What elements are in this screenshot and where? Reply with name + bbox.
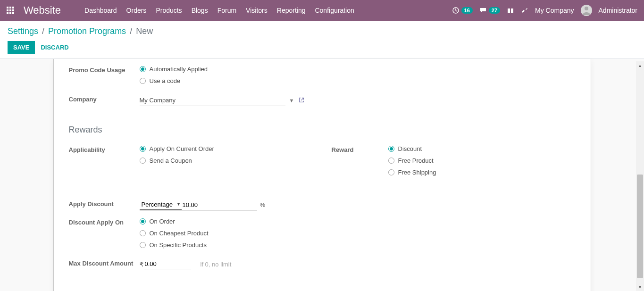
user-name[interactable]: Administrator: [599, 7, 637, 14]
radio-on-specific[interactable]: On Specific Products: [140, 241, 576, 249]
radio-label: Apply On Current Order: [150, 145, 214, 152]
breadcrumb-promotion-programs[interactable]: Promotion Programs: [48, 26, 126, 36]
timer-icon[interactable]: 16: [452, 7, 473, 14]
svg-rect-3: [510, 8, 511, 13]
radio-icon: [388, 146, 394, 152]
tools-icon[interactable]: [521, 7, 528, 14]
radio-icon: [388, 158, 394, 164]
scrollbar[interactable]: ▴ ▾: [636, 61, 644, 291]
discount-value-input[interactable]: [182, 200, 257, 210]
label-promo-code-usage: Promo Code Usage: [69, 65, 140, 84]
radio-icon: [140, 218, 146, 224]
radio-label: Use a code: [150, 77, 181, 84]
radio-label: Automatically Applied: [150, 66, 208, 73]
breadcrumb: Settings / Promotion Programs / New: [8, 26, 636, 36]
max-discount-hint: if 0, no limit: [201, 261, 232, 268]
scroll-down-icon[interactable]: ▾: [636, 283, 644, 291]
form-sheet: Promo Code Usage Automatically Applied U…: [53, 59, 591, 291]
breadcrumb-sep: /: [42, 26, 44, 36]
radio-icon: [140, 242, 146, 248]
avatar[interactable]: [581, 5, 592, 16]
radio-icon: [388, 169, 394, 175]
radio-free-shipping[interactable]: Free Shipping: [388, 169, 576, 176]
breadcrumb-sep: /: [130, 26, 132, 36]
radio-label: On Order: [150, 218, 175, 225]
radio-on-order[interactable]: On Order: [140, 218, 576, 225]
label-apply-discount: Apply Discount: [69, 199, 140, 210]
nav-forum[interactable]: Forum: [217, 7, 236, 14]
label-max-discount: Max Discount Amount: [69, 258, 140, 269]
control-panel: Settings / Promotion Programs / New SAVE…: [0, 21, 644, 59]
systray: 16 27 My Company Administrator: [452, 5, 637, 16]
save-button[interactable]: SAVE: [8, 41, 35, 54]
radio-icon: [140, 146, 146, 152]
action-buttons: SAVE DISCARD: [8, 41, 636, 54]
radio-discount[interactable]: Discount: [388, 145, 576, 152]
label-discount-apply-on: Discount Apply On: [69, 217, 140, 249]
label-reward: Reward: [332, 144, 388, 176]
breadcrumb-settings[interactable]: Settings: [8, 26, 38, 36]
applicability-group: Apply On Current Order Send a Coupon: [140, 145, 313, 164]
gift-icon[interactable]: [507, 7, 514, 14]
discard-button[interactable]: DISCARD: [41, 44, 68, 51]
radio-use-code[interactable]: Use a code: [140, 77, 576, 84]
svg-point-4: [585, 7, 588, 10]
discount-type-select[interactable]: Percentage: [140, 200, 182, 210]
scroll-up-icon[interactable]: ▴: [636, 61, 644, 69]
nav-orders[interactable]: Orders: [126, 7, 147, 14]
company-switcher[interactable]: My Company: [535, 7, 574, 14]
radio-apply-current-order[interactable]: Apply On Current Order: [140, 145, 313, 152]
conversations-icon[interactable]: 27: [479, 7, 500, 14]
radio-send-coupon[interactable]: Send a Coupon: [140, 157, 313, 164]
topbar: Website Dashboard Orders Products Blogs …: [0, 0, 644, 21]
rewards-section-title: Rewards: [69, 125, 576, 135]
radio-label: Free Shipping: [398, 169, 436, 176]
nav-dashboard[interactable]: Dashboard: [84, 7, 117, 14]
scroll-thumb[interactable]: [637, 175, 643, 278]
radio-icon: [140, 78, 146, 84]
external-link-icon[interactable]: [298, 97, 305, 105]
radio-auto-applied[interactable]: Automatically Applied: [140, 66, 576, 73]
breadcrumb-current: New: [136, 26, 153, 36]
promo-code-usage-group: Automatically Applied Use a code: [140, 66, 576, 84]
label-applicability: Applicability: [69, 144, 140, 164]
nav-visitors[interactable]: Visitors: [246, 7, 268, 14]
radio-label: Send a Coupon: [150, 157, 192, 164]
radio-icon: [140, 158, 146, 164]
nav-reporting[interactable]: Reporting: [277, 7, 306, 14]
main-nav: Dashboard Orders Products Blogs Forum Vi…: [84, 7, 354, 14]
radio-icon: [140, 230, 146, 236]
apps-icon[interactable]: [7, 7, 14, 14]
radio-label: Discount: [398, 145, 422, 152]
company-field[interactable]: [140, 95, 285, 106]
radio-label: On Specific Products: [150, 241, 207, 249]
nav-blogs[interactable]: Blogs: [192, 7, 208, 14]
radio-label: On Cheapest Product: [150, 230, 209, 237]
discount-apply-on-group: On Order On Cheapest Product On Specific…: [140, 218, 576, 249]
chevron-down-icon[interactable]: ▼: [289, 98, 294, 103]
max-discount-input[interactable]: [144, 259, 191, 269]
label-company: Company: [69, 94, 140, 106]
brand-title[interactable]: Website: [24, 4, 61, 17]
currency-symbol: ₹: [140, 261, 143, 268]
radio-icon: [140, 66, 146, 72]
conversations-badge: 27: [489, 7, 500, 14]
radio-on-cheapest[interactable]: On Cheapest Product: [140, 230, 576, 237]
percent-symbol: %: [260, 201, 266, 208]
nav-configuration[interactable]: Configuration: [315, 7, 354, 14]
timer-badge: 16: [461, 7, 473, 14]
reward-group: Discount Free Product Free Shipping: [388, 145, 576, 176]
radio-free-product[interactable]: Free Product: [388, 157, 576, 164]
nav-products[interactable]: Products: [156, 7, 182, 14]
radio-label: Free Product: [398, 157, 434, 164]
